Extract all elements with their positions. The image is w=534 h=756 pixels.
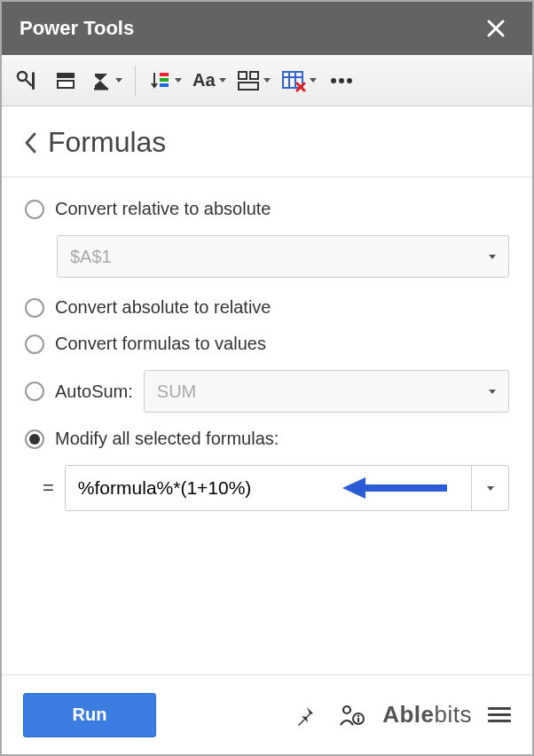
smart-toolkit-icon[interactable] — [9, 63, 44, 98]
text-case-dropdown-icon[interactable]: Aa — [189, 63, 230, 98]
option-label: Modify all selected formulas: — [55, 429, 279, 449]
page-header: Formulas — [2, 106, 532, 177]
chevron-down-icon — [489, 390, 496, 394]
option-label: Convert absolute to relative — [55, 297, 271, 318]
svg-rect-7 — [160, 73, 169, 76]
pin-icon[interactable] — [290, 700, 320, 730]
content-area: Convert relative to absolute $A$1 Conver… — [2, 177, 532, 674]
back-icon[interactable] — [23, 131, 37, 154]
more-icon[interactable] — [324, 63, 359, 98]
footer: Run Ablebits — [2, 674, 532, 754]
process-icon[interactable] — [48, 63, 83, 98]
svg-point-24 — [357, 714, 359, 716]
svg-rect-6 — [94, 88, 108, 91]
svg-point-17 — [331, 78, 336, 83]
clear-dropdown-icon[interactable] — [278, 63, 320, 98]
equals-sign: = — [43, 476, 54, 500]
option-convert-abs-to-rel[interactable]: Convert absolute to relative — [25, 297, 509, 318]
app-title: Power Tools — [20, 17, 134, 40]
option-label: Convert formulas to values — [55, 334, 266, 354]
chevron-down-icon — [175, 78, 182, 83]
sigma-dropdown-icon[interactable] — [87, 63, 126, 98]
sort-color-dropdown-icon[interactable] — [145, 63, 185, 98]
option-label: Convert relative to absolute — [55, 199, 271, 219]
svg-rect-8 — [160, 78, 169, 82]
ref-style-dropdown[interactable]: $A$1 — [57, 235, 509, 278]
radio-icon[interactable] — [25, 429, 44, 449]
toolbar: Aa — [2, 55, 532, 106]
radio-icon[interactable] — [25, 200, 44, 219]
svg-point-22 — [343, 706, 350, 713]
svg-point-18 — [339, 78, 344, 83]
chevron-down-icon — [310, 78, 317, 83]
option-label: AutoSum: — [55, 382, 133, 402]
svg-rect-25 — [357, 718, 359, 722]
svg-rect-3 — [57, 73, 75, 78]
chevron-down-icon — [263, 78, 271, 83]
radio-icon[interactable] — [25, 298, 44, 318]
svg-rect-9 — [160, 83, 169, 87]
page-title: Formulas — [48, 126, 166, 159]
option-convert-rel-to-abs[interactable]: Convert relative to absolute — [25, 199, 509, 219]
option-modify-all[interactable]: Modify all selected formulas: — [25, 429, 509, 449]
option-autosum[interactable]: AutoSum: SUM — [25, 370, 509, 413]
dropdown-value: $A$1 — [70, 247, 112, 267]
dropdown-value: SUM — [157, 382, 196, 402]
formula-input[interactable] — [66, 466, 471, 510]
formula-combo — [65, 465, 509, 511]
svg-rect-12 — [239, 83, 258, 90]
radio-icon[interactable] — [25, 382, 44, 401]
brand-label: Ablebits — [382, 701, 472, 728]
formula-dropdown-button[interactable] — [471, 466, 508, 510]
toolbar-separator — [135, 66, 136, 96]
chevron-down-icon — [487, 486, 494, 491]
svg-line-1 — [26, 80, 31, 85]
titlebar: Power Tools — [2, 2, 532, 55]
svg-rect-2 — [32, 72, 35, 90]
chevron-down-icon — [489, 255, 496, 259]
radio-icon[interactable] — [25, 335, 44, 354]
option-convert-to-values[interactable]: Convert formulas to values — [25, 334, 509, 354]
autosum-function-dropdown[interactable]: SUM — [144, 370, 509, 413]
svg-rect-11 — [250, 72, 258, 79]
run-button[interactable]: Run — [23, 693, 156, 737]
hamburger-menu-icon[interactable] — [488, 707, 511, 722]
chevron-down-icon — [219, 78, 226, 83]
chevron-down-icon — [115, 78, 122, 83]
split-dropdown-icon[interactable] — [233, 63, 274, 98]
svg-point-19 — [347, 78, 352, 83]
svg-rect-10 — [239, 72, 247, 79]
close-icon[interactable] — [486, 19, 514, 38]
svg-rect-5 — [59, 82, 73, 87]
info-person-icon[interactable] — [336, 700, 366, 730]
